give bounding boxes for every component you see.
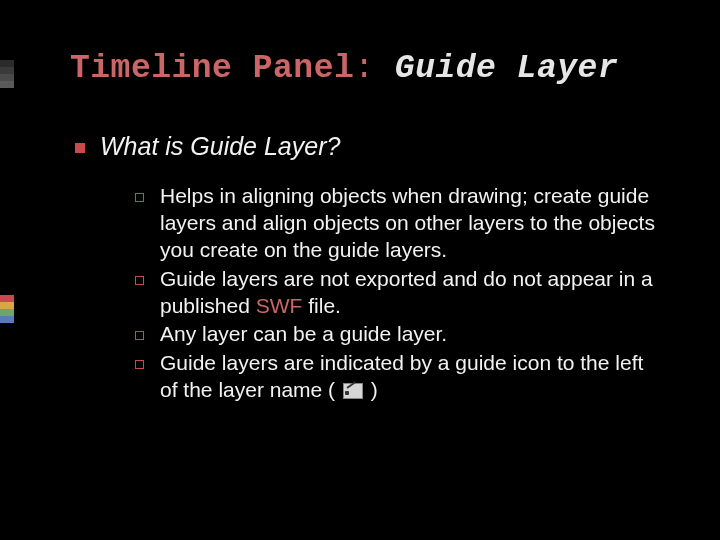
slide-title: Timeline Panel: Guide Layer (0, 0, 720, 87)
title-colon: : (354, 50, 395, 87)
list-item: Helps in aligning objects when drawing; … (135, 183, 665, 264)
deco-block (0, 302, 14, 309)
bullet-text: Any layer can be a guide layer. (160, 322, 447, 345)
deco-block (0, 81, 14, 88)
bullet-list: Helps in aligning objects when drawing; … (135, 183, 665, 404)
heading-text: What is Guide Layer? (100, 132, 340, 160)
bullet-text-pre: Guide layers are indicated by a guide ic… (160, 351, 643, 401)
deco-block (0, 316, 14, 323)
deco-block (0, 67, 14, 74)
title-suffix: Guide Layer (395, 50, 618, 87)
edge-decoration-top (0, 60, 14, 88)
deco-block (0, 74, 14, 81)
edge-decoration-bottom (0, 295, 14, 323)
title-prefix: Timeline Panel (70, 50, 354, 87)
bullet-text-post: file. (302, 294, 341, 317)
guide-icon (343, 383, 363, 399)
list-item: Guide layers are not exported and do not… (135, 266, 665, 320)
bullet-text-pre: Guide layers are not exported and do not… (160, 267, 653, 317)
swf-text: SWF (256, 294, 303, 317)
deco-block (0, 295, 14, 302)
bullet-text: Helps in aligning objects when drawing; … (160, 184, 655, 261)
list-item: Any layer can be a guide layer. (135, 321, 665, 348)
deco-block (0, 60, 14, 67)
slide-content: What is Guide Layer? Helps in aligning o… (0, 87, 720, 404)
bullet-text-post: ) (365, 378, 378, 401)
deco-block (0, 309, 14, 316)
list-item: Guide layers are indicated by a guide ic… (135, 350, 665, 404)
heading-item: What is Guide Layer? Helps in aligning o… (75, 132, 665, 404)
